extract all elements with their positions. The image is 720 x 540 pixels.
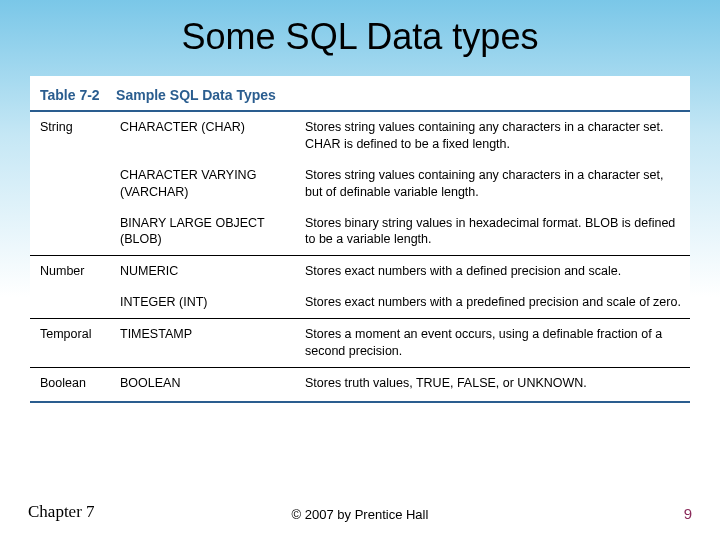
table-row: INTEGER (INT) Stores exact numbers with … [30, 287, 690, 318]
table-row: BINARY LARGE OBJECT (BLOB) Stores binary… [30, 208, 690, 256]
cell-type: CHARACTER (CHAR) [110, 112, 295, 160]
footer-copyright: © 2007 by Prentice Hall [0, 507, 720, 522]
cell-desc: Stores binary string values in hexadecim… [295, 208, 690, 256]
cell-category: Temporal [30, 319, 110, 368]
cell-category: String [30, 112, 110, 160]
table-caption-text: Sample SQL Data Types [116, 87, 276, 103]
cell-type: INTEGER (INT) [110, 287, 295, 318]
table-row: CHARACTER VARYING (VARCHAR) Stores strin… [30, 160, 690, 208]
cell-desc: Stores a moment an event occurs, using a… [295, 319, 690, 368]
cell-desc: Stores string values containing any char… [295, 160, 690, 208]
cell-type: CHARACTER VARYING (VARCHAR) [110, 160, 295, 208]
cell-type: TIMESTAMP [110, 319, 295, 368]
cell-desc: Stores exact numbers with a defined prec… [295, 256, 690, 287]
cell-type: NUMERIC [110, 256, 295, 287]
table-caption: Table 7-2 Sample SQL Data Types [30, 76, 690, 110]
cell-desc: Stores string values containing any char… [295, 112, 690, 160]
table-row: Temporal TIMESTAMP Stores a moment an ev… [30, 319, 690, 368]
cell-category [30, 208, 110, 256]
cell-category: Number [30, 256, 110, 287]
table-caption-label: Table 7-2 [40, 87, 100, 103]
table-row: String CHARACTER (CHAR) Stores string va… [30, 112, 690, 160]
footer-page-number: 9 [684, 505, 692, 522]
cell-desc: Stores exact numbers with a predefined p… [295, 287, 690, 318]
cell-category: Boolean [30, 367, 110, 398]
cell-category [30, 287, 110, 318]
table-row: Boolean BOOLEAN Stores truth values, TRU… [30, 367, 690, 398]
cell-category [30, 160, 110, 208]
data-types-table: Table 7-2 Sample SQL Data Types String C… [30, 76, 690, 403]
cell-type: BOOLEAN [110, 367, 295, 398]
page-title: Some SQL Data types [0, 0, 720, 76]
cell-desc: Stores truth values, TRUE, FALSE, or UNK… [295, 367, 690, 398]
table-row: Number NUMERIC Stores exact numbers with… [30, 256, 690, 287]
cell-type: BINARY LARGE OBJECT (BLOB) [110, 208, 295, 256]
